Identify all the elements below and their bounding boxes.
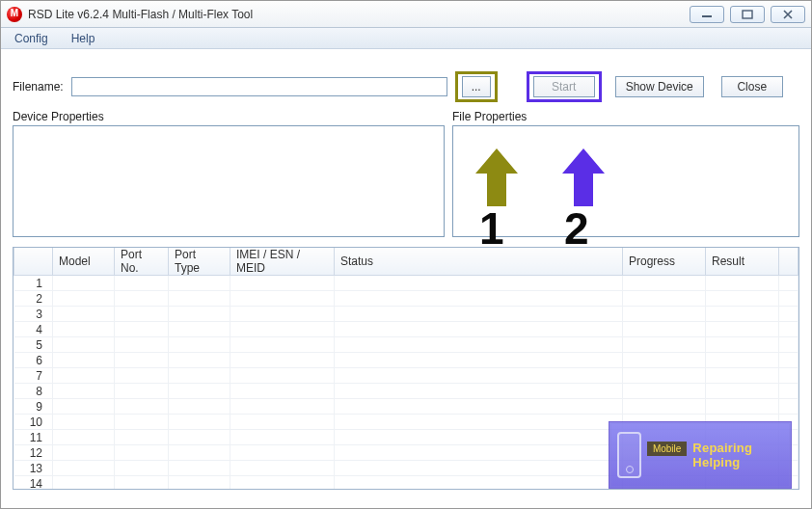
svg-rect-0 xyxy=(702,15,712,17)
menu-config[interactable]: Config xyxy=(5,30,58,47)
row-index: 3 xyxy=(14,307,53,322)
row-index: 6 xyxy=(14,353,53,368)
close-button[interactable]: Close xyxy=(721,76,783,97)
close-window-button[interactable] xyxy=(771,6,805,23)
device-properties-panel: Device Properties xyxy=(13,110,445,237)
file-properties-panel: File Properties xyxy=(452,110,799,237)
col-header-progress[interactable]: Progress xyxy=(623,248,706,276)
filename-input[interactable] xyxy=(71,77,447,96)
row-index: 8 xyxy=(14,384,53,399)
content-area: Filename: ... Start Show Device Close De… xyxy=(1,49,811,497)
row-index: 1 xyxy=(14,276,53,291)
filename-row: Filename: ... Start Show Device Close xyxy=(13,71,799,102)
minimize-button[interactable] xyxy=(690,6,724,23)
row-index: 4 xyxy=(14,322,53,337)
file-properties-label: File Properties xyxy=(452,110,799,123)
menubar: Config Help xyxy=(1,28,811,49)
device-table: Model Port No. Port Type IMEI / ESN / ME… xyxy=(14,248,798,490)
start-button[interactable]: Start xyxy=(533,76,595,97)
row-index: 12 xyxy=(14,445,53,461)
file-properties-box xyxy=(452,125,799,237)
col-header-port-no[interactable]: Port No. xyxy=(115,248,169,276)
row-index: 13 xyxy=(14,461,53,476)
table-row[interactable]: 3 xyxy=(14,307,798,322)
row-index: 10 xyxy=(14,415,53,430)
maximize-button[interactable] xyxy=(730,6,765,23)
table-row[interactable]: 5 xyxy=(14,337,798,353)
table-row[interactable]: 1 xyxy=(14,276,798,291)
table-row[interactable]: 2 xyxy=(14,291,798,307)
browse-button[interactable]: ... xyxy=(462,76,491,97)
menu-help[interactable]: Help xyxy=(62,30,105,47)
window-title: RSD Lite v6.2.4 Multi-Flash / Multi-Flex… xyxy=(28,8,690,21)
table-row[interactable]: 10 xyxy=(14,415,798,430)
row-index: 2 xyxy=(14,291,53,307)
table-row[interactable]: 9 xyxy=(14,399,798,415)
properties-panels: Device Properties File Properties xyxy=(13,110,799,237)
row-index: 11 xyxy=(14,430,53,445)
col-header-index[interactable] xyxy=(14,248,53,276)
device-table-wrap: Model Port No. Port Type IMEI / ESN / ME… xyxy=(13,247,799,490)
svg-rect-1 xyxy=(743,11,752,18)
col-header-result[interactable]: Result xyxy=(706,248,779,276)
col-header-tail xyxy=(779,248,798,276)
device-properties-box xyxy=(13,125,445,237)
row-index: 7 xyxy=(14,368,53,384)
show-device-button[interactable]: Show Device xyxy=(615,76,704,97)
device-table-body: 1234567891011121314 xyxy=(14,276,798,491)
table-row[interactable]: 8 xyxy=(14,384,798,399)
table-row[interactable]: 13 xyxy=(14,461,798,476)
row-index: 9 xyxy=(14,399,53,415)
col-header-status[interactable]: Status xyxy=(335,248,623,276)
start-highlight: Start xyxy=(527,71,602,102)
table-row[interactable]: 12 xyxy=(14,445,798,461)
table-row[interactable]: 4 xyxy=(14,322,798,337)
table-row[interactable]: 7 xyxy=(14,368,798,384)
filename-label: Filename: xyxy=(13,80,64,94)
row-index: 14 xyxy=(14,476,53,491)
col-header-model[interactable]: Model xyxy=(53,248,115,276)
window-controls xyxy=(690,6,805,23)
device-properties-label: Device Properties xyxy=(13,110,445,123)
col-header-imei[interactable]: IMEI / ESN / MEID xyxy=(230,248,335,276)
table-row[interactable]: 11 xyxy=(14,430,798,445)
browse-highlight: ... xyxy=(455,71,498,102)
app-icon: M xyxy=(7,7,22,22)
table-row[interactable]: 14 xyxy=(14,476,798,491)
table-row[interactable]: 6 xyxy=(14,353,798,368)
titlebar: M RSD Lite v6.2.4 Multi-Flash / Multi-Fl… xyxy=(1,1,811,28)
row-index: 5 xyxy=(14,337,53,353)
col-header-port-type[interactable]: Port Type xyxy=(169,248,230,276)
